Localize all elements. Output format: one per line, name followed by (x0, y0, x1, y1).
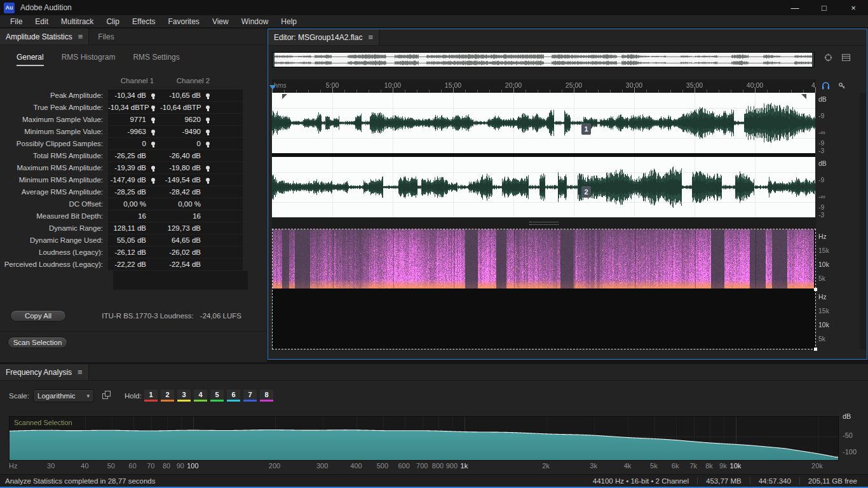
hold-button-4[interactable]: 4 (194, 390, 207, 402)
frequency-graph[interactable]: Scanned Selection (9, 416, 839, 461)
app-logo-icon: Au (4, 3, 15, 13)
menu-window[interactable]: Window (235, 17, 275, 26)
hold-button-3[interactable]: 3 (177, 390, 191, 402)
tab-amplitude-statistics[interactable]: Amplitude Statistics ≡ (0, 29, 89, 44)
waveform-channel-1[interactable] (272, 93, 815, 153)
scale-select[interactable]: Logarithmic ▾ (33, 390, 94, 402)
lightbulb-icon[interactable] (151, 105, 155, 109)
itu-loudness: ITU-R BS.1770-3 Loudness: -24,06 LUFS (70, 312, 241, 320)
stat-value-ch1: 0,00 % (108, 200, 146, 208)
copy-all-button[interactable]: Copy All (10, 310, 66, 322)
channel-2-badge[interactable]: 2 (581, 186, 591, 198)
hold-button-2[interactable]: 2 (161, 390, 174, 402)
copy-graph-icon[interactable] (102, 391, 111, 400)
tab-editor[interactable]: Editor: MSGroup14A2.flac ≡ (268, 29, 379, 45)
menu-clip[interactable]: Clip (100, 17, 126, 26)
vertical-scrollbar[interactable] (860, 93, 866, 349)
hold-button-8[interactable]: 8 (260, 390, 273, 402)
lightbulb-icon[interactable] (151, 178, 155, 182)
stat-value-ch1: 0 (108, 140, 146, 147)
hold-button-5[interactable]: 5 (210, 390, 224, 402)
hz-scale-label: 10k (818, 261, 829, 268)
itu-loudness-label: ITU-R BS.1770-3 Loudness: (102, 312, 193, 320)
bulb-slot (201, 178, 215, 182)
stats-panel-tabs: Amplitude Statistics ≡ Files (0, 29, 267, 45)
lightbulb-icon[interactable] (206, 105, 210, 109)
lightbulb-icon[interactable] (206, 130, 210, 133)
view-splitter[interactable] (272, 217, 816, 229)
maximize-button[interactable]: □ (810, 0, 839, 15)
lightbulb-icon[interactable] (151, 142, 155, 146)
subtab-rms-settings[interactable]: RMS Settings (133, 53, 179, 66)
waveform-channel-1-canvas[interactable] (272, 93, 815, 153)
stat-label: Measured Bit Depth: (0, 210, 108, 222)
menu-favorites[interactable]: Favorites (162, 17, 206, 26)
lightbulb-icon[interactable] (206, 178, 210, 182)
menu-help[interactable]: Help (275, 17, 303, 26)
frequency-graph-canvas[interactable] (10, 417, 838, 460)
spectrogram-channel-2-canvas[interactable] (273, 229, 814, 288)
selection-handle-right-icon[interactable] (801, 94, 806, 99)
menu-file[interactable]: File (4, 17, 29, 26)
subtab-general[interactable]: General (17, 53, 44, 66)
hz-scale-label: Hz (818, 233, 827, 240)
ruler-tick-label: 4 (811, 81, 815, 89)
spectral-display-selection[interactable] (272, 229, 816, 349)
timeline-ruler[interactable]: hms 5:0010:0015:0020:0025:0030:0035:0040… (272, 79, 816, 93)
panel-menu-icon[interactable]: ≡ (78, 367, 83, 377)
stat-value-ch1: 128,11 dB (108, 224, 146, 232)
menu-edit[interactable]: Edit (29, 17, 55, 26)
hold-button-7[interactable]: 7 (243, 390, 257, 402)
menu-multitrack[interactable]: Multitrack (55, 17, 100, 26)
window-controls: — □ × (780, 0, 868, 15)
tab-files[interactable]: Files (89, 29, 123, 44)
freq-tick-label: 700 (416, 462, 428, 470)
selection-handle-left-icon[interactable] (282, 94, 287, 99)
stat-value-ch1: 16 (108, 212, 146, 220)
panel-menu-icon[interactable]: ≡ (78, 32, 83, 41)
hold-button-1[interactable]: 1 (144, 390, 158, 402)
lightbulb-icon[interactable] (151, 130, 155, 133)
minimize-button[interactable]: — (780, 0, 810, 15)
db-scale-label: -3 (818, 147, 824, 154)
graph-db-label: -100 (843, 448, 857, 456)
waveform-channel-2[interactable] (272, 157, 815, 217)
lightbulb-icon[interactable] (151, 93, 155, 97)
hold-button-6[interactable]: 6 (227, 390, 240, 402)
zoom-navigator[interactable] (272, 52, 815, 67)
panel-menu-icon[interactable]: ≡ (368, 32, 373, 42)
crosshair-icon[interactable] (824, 53, 832, 62)
status-message: Analyze Statistics completed in 28,77 se… (5, 477, 156, 485)
playhead-marker-icon[interactable] (269, 85, 276, 90)
stat-value-ch1: -22,22 dB (108, 261, 146, 268)
display-settings-icon[interactable] (842, 53, 850, 62)
navigator-right-handle[interactable] (812, 53, 814, 67)
splitter-handle-icon[interactable] (529, 222, 559, 225)
scan-selection-button[interactable]: Scan Selection (8, 337, 67, 348)
stat-value-ch1: -19,39 dB (108, 164, 146, 172)
hold-label: Hold: (125, 392, 142, 400)
stats-row: Maximum Sample Value:97719620 (0, 114, 267, 126)
tab-frequency-analysis[interactable]: Frequency Analysis ≡ (0, 364, 89, 380)
navigator-left-handle[interactable] (273, 53, 275, 67)
stat-values: -9963-9490 (108, 126, 243, 138)
lightbulb-icon[interactable] (206, 142, 210, 146)
key-icon[interactable] (838, 82, 846, 90)
ruler-tick-label: 10:00 (383, 81, 402, 89)
lightbulb-icon[interactable] (151, 166, 155, 170)
channel-1-badge[interactable]: 1 (581, 123, 591, 135)
waveform-channel-2-canvas[interactable] (272, 157, 815, 217)
freq-tick-label: 2k (542, 462, 550, 470)
overview-waveform-canvas[interactable] (273, 53, 814, 67)
status-free-space: 205,11 GB free (799, 477, 865, 485)
subtab-rms-histogram[interactable]: RMS Histogram (62, 53, 116, 66)
lightbulb-icon[interactable] (206, 93, 210, 97)
menu-view[interactable]: View (206, 17, 235, 26)
monitor-headphones-icon[interactable] (822, 81, 830, 90)
lightbulb-icon[interactable] (151, 118, 155, 121)
close-button[interactable]: × (839, 0, 868, 15)
menu-effects[interactable]: Effects (126, 17, 161, 26)
stat-label: Loudness (Legacy): (0, 247, 108, 259)
lightbulb-icon[interactable] (206, 166, 210, 170)
lightbulb-icon[interactable] (206, 118, 210, 121)
